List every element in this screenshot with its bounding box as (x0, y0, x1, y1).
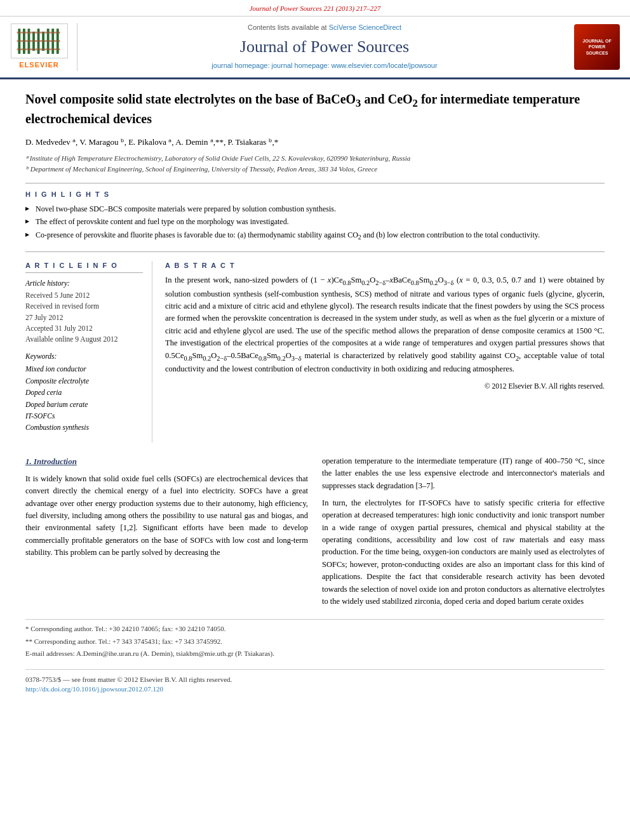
keyword-6: Combustion synthesis (25, 422, 143, 433)
keyword-4: Doped barium cerate (25, 399, 143, 410)
section-1-heading: 1. Introduction (25, 455, 308, 468)
journal-title: Journal of Power Sources (84, 36, 565, 58)
body-two-col: 1. Introduction It is widely known that … (25, 455, 605, 613)
received-date: Received 5 June 2012 (25, 290, 143, 301)
badge-text: JOURNAL OF POWER SOURCES (580, 36, 613, 58)
keyword-3: Doped ceria (25, 387, 143, 398)
footnotes: * Corresponding author. Tel.: +30 24210 … (25, 619, 605, 659)
intro-para-3: In turn, the electrolytes for IT-SOFCs h… (322, 497, 605, 608)
intro-para-1: It is widely known that solid oxide fuel… (25, 473, 308, 559)
body-left-col: 1. Introduction It is widely known that … (25, 455, 308, 613)
footnote-email: E-mail addresses: A.Demin@ihe.uran.ru (A… (25, 648, 605, 659)
divider-2 (25, 251, 605, 252)
journal-badge: JOURNAL OF POWER SOURCES (572, 23, 622, 70)
journal-homepage: journal homepage: journal homepage: www.… (84, 61, 565, 70)
affiliation-a: ᵃ Institute of High Temperature Electroc… (25, 153, 605, 164)
article-info-section: A R T I C L E I N F O Article history: R… (25, 261, 143, 434)
available-date: Available online 9 August 2012 (25, 334, 143, 345)
svg-rect-10 (17, 40, 60, 42)
affiliations: ᵃ Institute of High Temperature Electroc… (25, 153, 605, 174)
keyword-1: Mixed ion conductor (25, 363, 143, 375)
article-body-columns: A R T I C L E I N F O Article history: R… (25, 261, 605, 443)
elsevier-brand-name: ELSEVIER (19, 60, 58, 70)
revised-date: Received in revised form27 July 2012 (25, 301, 143, 323)
elsevier-logo-image (11, 23, 68, 58)
authors-line: D. Medvedev ᵃ, V. Maragou ᵇ, E. Pikalova… (25, 137, 605, 148)
keyword-2: Composite electrolyte (25, 375, 143, 387)
abstract-label: A B S T R A C T (165, 261, 605, 270)
svg-rect-11 (17, 48, 60, 50)
body-right-col: operation temperature to the intermediat… (322, 455, 605, 613)
journal-citation-text: Journal of Power Sources 221 (2013) 217–… (250, 4, 381, 12)
bottom-info: 0378-7753/$ — see front matter © 2012 El… (25, 669, 605, 695)
badge-image: JOURNAL OF POWER SOURCES (574, 24, 620, 70)
highlights-label: H I G H L I G H T S (25, 190, 605, 199)
issn-line: 0378-7753/$ — see front matter © 2012 El… (25, 675, 605, 684)
sciverse-line: Contents lists available at SciVerse Sci… (84, 23, 565, 32)
copyright-line: © 2012 Elsevier B.V. All rights reserved… (165, 381, 605, 391)
journal-header: ELSEVIER Contents lists available at Sci… (0, 17, 630, 79)
accepted-date: Accepted 31 July 2012 (25, 323, 143, 334)
highlights-list: Novel two-phase SDC–BCS composite materi… (25, 204, 605, 243)
article-title: Novel composite solid state electrolytes… (25, 91, 605, 128)
article-info-col: A R T I C L E I N F O Article history: R… (25, 261, 152, 443)
article-container: Novel composite solid state electrolytes… (0, 79, 630, 707)
divider-1 (25, 183, 605, 183)
sciverse-link[interactable]: SciVerse ScienceDirect (329, 23, 401, 31)
abstract-col: A B S T R A C T In the present work, nan… (165, 261, 605, 443)
footnote-corresponding-2: ** Corresponding author. Tel.: +7 343 37… (25, 636, 605, 647)
highlight-item-2: The effect of perovskite content and fue… (25, 217, 605, 227)
intro-para-2: operation temperature to the intermediat… (322, 455, 605, 492)
keyword-5: IT-SOFCs (25, 410, 143, 422)
keywords-label: Keywords: (25, 351, 143, 361)
homepage-label: journal homepage: (211, 62, 271, 69)
history-group: Article history: Received 5 June 2012 Re… (25, 278, 143, 345)
doi-line[interactable]: http://dx.doi.org/10.1016/j.jpowsour.201… (25, 684, 605, 694)
highlight-item-3: Co-presence of perovskite and fluorite p… (25, 230, 605, 242)
highlights-section: H I G H L I G H T S Novel two-phase SDC–… (25, 190, 605, 242)
footnote-corresponding-1: * Corresponding author. Tel.: +30 24210 … (25, 623, 605, 634)
history-label: Article history: (25, 278, 143, 288)
article-info-label: A R T I C L E I N F O (25, 261, 143, 273)
journal-center: Contents lists available at SciVerse Sci… (84, 23, 565, 70)
journal-citation-bar: Journal of Power Sources 221 (2013) 217–… (0, 0, 630, 17)
highlight-item-1: Novel two-phase SDC–BCS composite materi… (25, 204, 605, 215)
abstract-text: In the present work, nano-sized powders … (165, 274, 605, 376)
body-section-1: 1. Introduction It is widely known that … (25, 455, 605, 613)
keywords-group: Keywords: Mixed ion conductor Composite … (25, 351, 143, 433)
elsevier-logo: ELSEVIER (8, 23, 77, 70)
homepage-url[interactable]: journal homepage: www.elsevier.com/locat… (272, 62, 438, 69)
affiliation-b: ᵇ Department of Mechanical Engineering, … (25, 164, 605, 175)
svg-rect-9 (17, 32, 60, 34)
